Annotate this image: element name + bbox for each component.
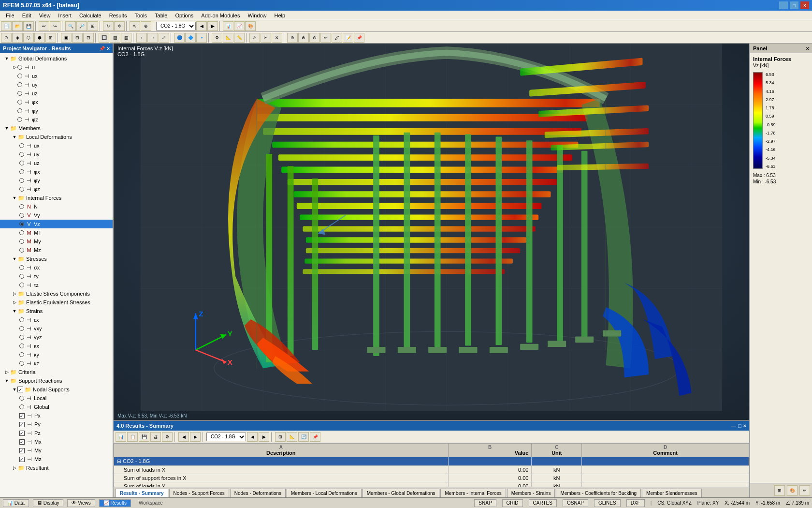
tree-ns-px[interactable]: ✓ ⊣ Px — [0, 411, 113, 420]
radio-if-MT[interactable] — [19, 230, 24, 235]
radio-st-ty[interactable] — [19, 274, 24, 279]
tab-members-internal[interactable]: Members - Internal Forces — [440, 489, 506, 497]
tree-sr-kx[interactable]: ⊣ κx — [0, 342, 113, 350]
tab-nodes-deform[interactable]: Nodes - Deformations — [230, 489, 286, 497]
tree-if-Mz[interactable]: M Mz — [0, 246, 113, 254]
expand-local-def[interactable]: ▼ — [12, 134, 17, 140]
tree-sr-gyz[interactable]: ⊣ γyz — [0, 333, 113, 342]
res-tb-3[interactable]: 💾 — [139, 432, 149, 442]
tb-contour[interactable]: 🎨 — [245, 21, 256, 31]
menu-addon[interactable]: Add-on Modules — [197, 11, 244, 20]
tb-zoom-in[interactable]: 🔍 — [65, 21, 76, 31]
expand-phix[interactable] — [12, 99, 17, 105]
tree-u[interactable]: ▷ ⊣ u — [0, 63, 113, 72]
tb-undo[interactable]: ↩ — [39, 21, 49, 31]
tb2-23[interactable]: ✕ — [272, 33, 282, 43]
tree-members[interactable]: ▼ 📁 Members — [0, 124, 113, 133]
chk-mz[interactable]: ✓ — [19, 457, 25, 462]
tree-ns-mx[interactable]: ✓ ⊣ Mx — [0, 437, 113, 446]
res-tb-8[interactable]: ◀ — [247, 432, 258, 442]
snap-btn[interactable]: SNAP — [474, 499, 496, 507]
tree-sr-kz[interactable]: ⊣ κz — [0, 359, 113, 368]
tb2-8[interactable]: ⊡ — [83, 33, 94, 43]
tb-redo[interactable]: ↪ — [50, 21, 60, 31]
tree-nodal-supports[interactable]: ▼ ✓ 📁 Nodal Supports — [0, 385, 113, 394]
tb2-11[interactable]: ▧ — [121, 33, 131, 43]
tab-members-global[interactable]: Members - Global Deformations — [362, 489, 440, 497]
radio-ns-global[interactable] — [19, 404, 24, 409]
expand-strains[interactable]: ▼ — [12, 308, 17, 314]
tb2-25[interactable]: ⊗ — [298, 33, 309, 43]
tree-sr-ky[interactable]: ⊣ κy — [0, 350, 113, 359]
expand-elastic-stress[interactable]: ▷ — [12, 291, 17, 297]
radio-ux[interactable] — [17, 74, 22, 78]
checkbox-nodal-supports[interactable]: ✓ — [17, 387, 23, 392]
expand-uz[interactable] — [12, 90, 17, 96]
tree-ld-phix[interactable]: ⊣ φx — [0, 167, 113, 176]
tree-ns-local[interactable]: ⊣ Local — [0, 394, 113, 403]
tb2-30[interactable]: 📌 — [354, 33, 364, 43]
tb2-24[interactable]: ⊕ — [287, 33, 298, 43]
tb2-12[interactable]: ↕ — [136, 33, 147, 43]
panel-table-btn[interactable]: ⊞ — [774, 485, 785, 496]
radio-uz[interactable] — [17, 91, 22, 96]
res-tb-7[interactable]: ▶ — [190, 432, 201, 442]
tree-sr-ex[interactable]: ⊣ εx — [0, 315, 113, 324]
res-tb-5[interactable]: ⚙ — [162, 432, 173, 442]
tree-phix[interactable]: ⊣ φx — [0, 98, 113, 106]
tb2-2[interactable]: ◈ — [12, 33, 23, 43]
chk-px[interactable]: ✓ — [19, 413, 25, 418]
res-tb-2[interactable]: 📋 — [127, 432, 138, 442]
res-tb-4[interactable]: 🖨 — [150, 432, 161, 442]
tree-if-Vz[interactable]: V Vz — [0, 220, 113, 228]
tb2-5[interactable]: ⊞ — [45, 33, 56, 43]
tb2-19[interactable]: 📐 — [223, 33, 233, 43]
radio-sr-ky[interactable] — [19, 352, 24, 357]
tree-ux[interactable]: ⊣ ux — [0, 72, 113, 80]
expand-phiz[interactable] — [12, 117, 17, 122]
tree-global-deformations[interactable]: ▼ 📁 Global Deformations — [0, 54, 113, 63]
tb2-29[interactable]: 📝 — [343, 33, 353, 43]
expand-internal-forces[interactable]: ▼ — [12, 195, 17, 201]
radio-u[interactable] — [17, 65, 22, 70]
tree-if-Vy[interactable]: V Vy — [0, 211, 113, 220]
radio-st-tz[interactable] — [19, 283, 24, 287]
tb2-10[interactable]: ▨ — [110, 33, 120, 43]
tb-zoom-out[interactable]: 🔎 — [76, 21, 87, 31]
close-button[interactable]: × — [800, 1, 809, 9]
tb2-6[interactable]: ▣ — [61, 33, 72, 43]
tb2-26[interactable]: ⊘ — [309, 33, 320, 43]
results-combo[interactable]: CO2 - 1.8G — [206, 433, 246, 441]
tree-ns-global[interactable]: ⊣ Global — [0, 403, 113, 411]
results-minimize-icon[interactable]: — — [731, 423, 736, 429]
expand-u[interactable]: ▷ — [12, 64, 17, 70]
tree-if-My[interactable]: M My — [0, 237, 113, 246]
tb2-4[interactable]: ⬢ — [34, 33, 45, 43]
osnap-btn[interactable]: OSNAP — [563, 499, 588, 507]
expand-members[interactable]: ▼ — [4, 125, 10, 131]
tree-strains[interactable]: ▼ 📁 Strains — [0, 307, 113, 315]
radio-sr-gyz[interactable] — [19, 335, 24, 340]
tb-select[interactable]: ↖ — [130, 21, 140, 31]
tab-nodes-support[interactable]: Nodes - Support Forces — [169, 489, 229, 497]
menu-help[interactable]: Help — [271, 11, 290, 20]
radio-sr-kx[interactable] — [19, 344, 24, 348]
tb2-17[interactable]: 🔹 — [196, 33, 207, 43]
res-tb-11[interactable]: 📐 — [287, 432, 297, 442]
expand-resultant[interactable]: ▷ — [12, 465, 17, 471]
expand-phiy[interactable] — [12, 108, 17, 114]
viewport[interactable]: Internal Forces V-z [kN] CO2 - 1.8G — [114, 44, 749, 420]
radio-st-sx[interactable] — [19, 265, 24, 270]
tree-if-MT[interactable]: M MT — [0, 228, 113, 237]
res-tb-9[interactable]: ▶ — [259, 432, 269, 442]
tree-ld-phiz[interactable]: ⊣ φz — [0, 185, 113, 194]
tree-criteria[interactable]: ▷ 📁 Criteria — [0, 368, 113, 376]
tb2-21[interactable]: ⚠ — [249, 33, 260, 43]
radio-if-Vy[interactable] — [19, 213, 24, 218]
tree-elastic-stress[interactable]: ▷ 📁 Elastic Stress Components — [0, 289, 113, 298]
tb2-18[interactable]: ⚙ — [212, 33, 222, 43]
nav-close-icon[interactable]: × — [107, 46, 110, 51]
menu-tools[interactable]: Tools — [130, 11, 151, 20]
menu-edit[interactable]: Edit — [18, 11, 35, 20]
radio-sr-gxy[interactable] — [19, 326, 24, 331]
